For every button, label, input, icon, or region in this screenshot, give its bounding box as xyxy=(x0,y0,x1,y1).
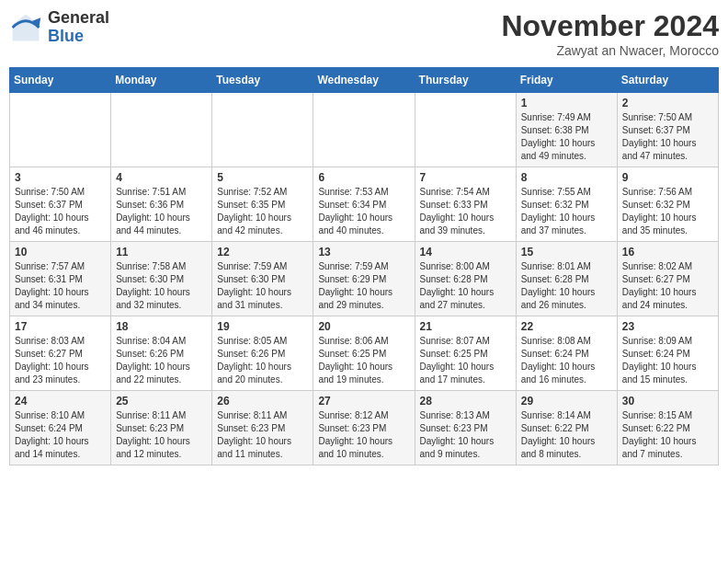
day-number: 2 xyxy=(622,97,713,109)
day-info: Sunrise: 8:00 AMSunset: 6:28 PMDaylight:… xyxy=(420,260,511,312)
calendar-cell: 12Sunrise: 7:59 AMSunset: 6:30 PMDayligh… xyxy=(212,242,313,316)
day-number: 17 xyxy=(15,320,106,333)
day-number: 18 xyxy=(116,320,207,333)
day-info: Sunrise: 7:52 AMSunset: 6:35 PMDaylight:… xyxy=(217,186,308,237)
calendar-cell: 5Sunrise: 7:52 AMSunset: 6:35 PMDaylight… xyxy=(212,167,313,242)
day-info: Sunrise: 7:49 AMSunset: 6:38 PMDaylight:… xyxy=(521,111,612,163)
day-info: Sunrise: 8:14 AMSunset: 6:22 PMDaylight:… xyxy=(521,409,612,461)
calendar-cell: 20Sunrise: 8:06 AMSunset: 6:25 PMDayligh… xyxy=(313,316,415,391)
day-number: 22 xyxy=(521,320,612,333)
calendar-cell: 19Sunrise: 8:05 AMSunset: 6:26 PMDayligh… xyxy=(212,316,313,391)
day-number: 3 xyxy=(15,171,106,184)
weekday-header: Monday xyxy=(111,68,212,93)
calendar-cell: 30Sunrise: 8:15 AMSunset: 6:22 PMDayligh… xyxy=(617,391,718,465)
day-number: 9 xyxy=(622,171,713,184)
calendar-cell: 25Sunrise: 8:11 AMSunset: 6:23 PMDayligh… xyxy=(111,391,212,465)
day-number: 10 xyxy=(15,246,106,259)
logo-icon xyxy=(9,11,42,44)
calendar-cell: 7Sunrise: 7:54 AMSunset: 6:33 PMDaylight… xyxy=(415,167,516,242)
calendar-cell: 26Sunrise: 8:11 AMSunset: 6:23 PMDayligh… xyxy=(212,391,313,465)
calendar-cell: 10Sunrise: 7:57 AMSunset: 6:31 PMDayligh… xyxy=(10,242,111,316)
calendar-cell: 11Sunrise: 7:58 AMSunset: 6:30 PMDayligh… xyxy=(111,242,212,316)
calendar-cell xyxy=(313,93,415,167)
day-number: 6 xyxy=(318,171,409,184)
day-info: Sunrise: 7:56 AMSunset: 6:32 PMDaylight:… xyxy=(622,186,713,237)
month-title: November 2024 xyxy=(501,9,719,43)
day-number: 5 xyxy=(217,171,308,184)
day-number: 20 xyxy=(318,320,409,333)
day-info: Sunrise: 8:08 AMSunset: 6:24 PMDaylight:… xyxy=(521,335,612,386)
calendar-week-row: 1Sunrise: 7:49 AMSunset: 6:38 PMDaylight… xyxy=(10,93,719,167)
logo-general: General xyxy=(48,9,109,28)
weekday-header-row: SundayMondayTuesdayWednesdayThursdayFrid… xyxy=(10,68,719,93)
calendar-week-row: 24Sunrise: 8:10 AMSunset: 6:24 PMDayligh… xyxy=(10,391,719,465)
weekday-header: Thursday xyxy=(415,68,516,93)
day-info: Sunrise: 7:59 AMSunset: 6:30 PMDaylight:… xyxy=(217,260,308,312)
calendar-cell: 15Sunrise: 8:01 AMSunset: 6:28 PMDayligh… xyxy=(516,242,617,316)
day-number: 14 xyxy=(420,246,511,259)
day-info: Sunrise: 7:55 AMSunset: 6:32 PMDaylight:… xyxy=(521,186,612,237)
day-info: Sunrise: 7:59 AMSunset: 6:29 PMDaylight:… xyxy=(318,260,409,312)
calendar-cell: 2Sunrise: 7:50 AMSunset: 6:37 PMDaylight… xyxy=(617,93,718,167)
day-info: Sunrise: 7:57 AMSunset: 6:31 PMDaylight:… xyxy=(15,260,106,312)
day-info: Sunrise: 8:07 AMSunset: 6:25 PMDaylight:… xyxy=(420,335,511,386)
logo-blue: Blue xyxy=(48,28,109,46)
day-info: Sunrise: 8:11 AMSunset: 6:23 PMDaylight:… xyxy=(116,409,207,461)
weekday-header: Saturday xyxy=(617,68,718,93)
day-number: 27 xyxy=(318,395,409,408)
title-block: November 2024 Zawyat an Nwacer, Morocco xyxy=(501,9,719,58)
calendar-week-row: 3Sunrise: 7:50 AMSunset: 6:37 PMDaylight… xyxy=(10,167,719,242)
day-info: Sunrise: 8:04 AMSunset: 6:26 PMDaylight:… xyxy=(116,335,207,386)
weekday-header: Friday xyxy=(516,68,617,93)
day-info: Sunrise: 7:51 AMSunset: 6:36 PMDaylight:… xyxy=(116,186,207,237)
day-info: Sunrise: 7:54 AMSunset: 6:33 PMDaylight:… xyxy=(420,186,511,237)
day-number: 8 xyxy=(521,171,612,184)
calendar-cell: 16Sunrise: 8:02 AMSunset: 6:27 PMDayligh… xyxy=(617,242,718,316)
day-info: Sunrise: 8:12 AMSunset: 6:23 PMDaylight:… xyxy=(318,409,409,461)
day-info: Sunrise: 8:13 AMSunset: 6:23 PMDaylight:… xyxy=(420,409,511,461)
day-number: 13 xyxy=(318,246,409,259)
location: Zawyat an Nwacer, Morocco xyxy=(501,43,719,58)
calendar-cell: 29Sunrise: 8:14 AMSunset: 6:22 PMDayligh… xyxy=(516,391,617,465)
weekday-header: Wednesday xyxy=(313,68,415,93)
day-info: Sunrise: 7:53 AMSunset: 6:34 PMDaylight:… xyxy=(318,186,409,237)
day-number: 7 xyxy=(420,171,511,184)
calendar-week-row: 10Sunrise: 7:57 AMSunset: 6:31 PMDayligh… xyxy=(10,242,719,316)
page-header: General Blue November 2024 Zawyat an Nwa… xyxy=(9,9,719,58)
day-info: Sunrise: 8:01 AMSunset: 6:28 PMDaylight:… xyxy=(521,260,612,312)
weekday-header: Sunday xyxy=(10,68,111,93)
day-info: Sunrise: 8:09 AMSunset: 6:24 PMDaylight:… xyxy=(622,335,713,386)
day-info: Sunrise: 8:03 AMSunset: 6:27 PMDaylight:… xyxy=(15,335,106,386)
calendar-cell xyxy=(111,93,212,167)
day-info: Sunrise: 8:05 AMSunset: 6:26 PMDaylight:… xyxy=(217,335,308,386)
calendar-cell: 3Sunrise: 7:50 AMSunset: 6:37 PMDaylight… xyxy=(10,167,111,242)
calendar-week-row: 17Sunrise: 8:03 AMSunset: 6:27 PMDayligh… xyxy=(10,316,719,391)
day-number: 11 xyxy=(116,246,207,259)
calendar-cell xyxy=(415,93,516,167)
day-number: 15 xyxy=(521,246,612,259)
calendar-cell: 4Sunrise: 7:51 AMSunset: 6:36 PMDaylight… xyxy=(111,167,212,242)
calendar-cell: 27Sunrise: 8:12 AMSunset: 6:23 PMDayligh… xyxy=(313,391,415,465)
calendar-cell xyxy=(212,93,313,167)
day-number: 19 xyxy=(217,320,308,333)
day-number: 29 xyxy=(521,395,612,408)
day-info: Sunrise: 8:15 AMSunset: 6:22 PMDaylight:… xyxy=(622,409,713,461)
calendar-cell: 8Sunrise: 7:55 AMSunset: 6:32 PMDaylight… xyxy=(516,167,617,242)
calendar-cell: 6Sunrise: 7:53 AMSunset: 6:34 PMDaylight… xyxy=(313,167,415,242)
calendar-cell: 9Sunrise: 7:56 AMSunset: 6:32 PMDaylight… xyxy=(617,167,718,242)
day-number: 24 xyxy=(15,395,106,408)
day-info: Sunrise: 8:11 AMSunset: 6:23 PMDaylight:… xyxy=(217,409,308,461)
logo: General Blue xyxy=(9,9,109,46)
day-info: Sunrise: 8:06 AMSunset: 6:25 PMDaylight:… xyxy=(318,335,409,386)
calendar-table: SundayMondayTuesdayWednesdayThursdayFrid… xyxy=(9,67,719,465)
day-number: 28 xyxy=(420,395,511,408)
day-number: 16 xyxy=(622,246,713,259)
day-info: Sunrise: 7:50 AMSunset: 6:37 PMDaylight:… xyxy=(622,111,713,163)
day-info: Sunrise: 7:58 AMSunset: 6:30 PMDaylight:… xyxy=(116,260,207,312)
calendar-cell xyxy=(10,93,111,167)
calendar-cell: 17Sunrise: 8:03 AMSunset: 6:27 PMDayligh… xyxy=(10,316,111,391)
calendar-cell: 13Sunrise: 7:59 AMSunset: 6:29 PMDayligh… xyxy=(313,242,415,316)
logo-text: General Blue xyxy=(48,9,109,46)
day-number: 12 xyxy=(217,246,308,259)
day-number: 21 xyxy=(420,320,511,333)
